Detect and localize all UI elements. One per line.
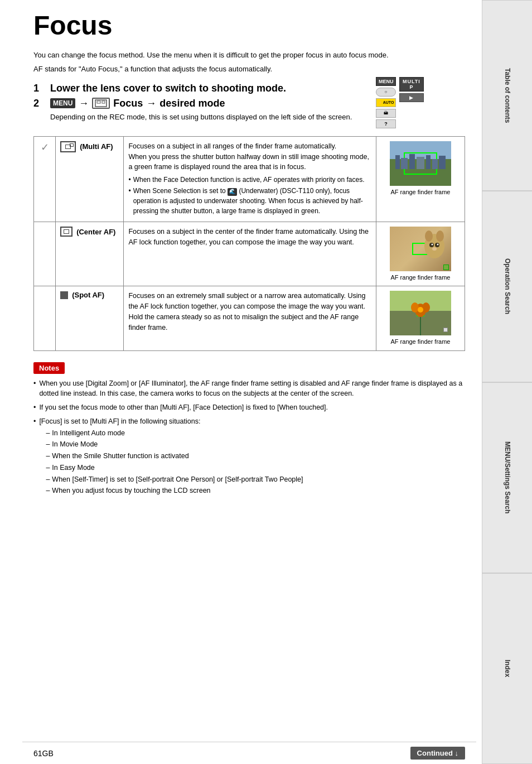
step-2-sub: Depending on the REC mode, this is set u… [50, 112, 376, 123]
svg-rect-4 [401, 158, 408, 169]
focus-icon [92, 98, 110, 109]
sub-item-2: – In Movie Mode [46, 439, 303, 450]
sub-text-3: When the Smile Shutter function is activ… [52, 451, 188, 462]
step-2: 2 MENU → Focus → [33, 98, 376, 123]
note-item-2: • If you set the focus mode to other tha… [33, 402, 465, 413]
intro-line-1: You can change the focus method. Use the… [33, 50, 465, 61]
desired-mode: desired mode [159, 98, 225, 109]
cam-auto-icon[interactable]: ⚡AUTO [376, 98, 396, 107]
svg-rect-3 [395, 155, 400, 169]
spot-af-icon [60, 291, 68, 299]
center-af-image-label: AF range finder frame [381, 273, 460, 281]
right-sidebar: Table of contents Operation Search MENU/… [482, 0, 532, 764]
spot-af-desc-cell: Focuses on an extremely small subject or… [124, 286, 376, 350]
tab-operation-search[interactable]: Operation Search [482, 191, 532, 382]
step-1: 1 Lower the lens cover to switch to shoo… [33, 83, 376, 94]
multi-af-mode-name: (Multi AF) [60, 141, 119, 152]
bottom-bar: 61GB Continued ↓ [22, 742, 476, 764]
svg-point-17 [437, 244, 438, 246]
center-af-check-cell [34, 222, 56, 286]
svg-point-20 [411, 302, 419, 313]
svg-rect-5 [409, 154, 415, 169]
svg-point-22 [418, 307, 423, 313]
center-af-label: (Center AF) [76, 228, 115, 236]
focus-label: Focus [113, 98, 143, 109]
note-item-1: • When you use [Digital Zoom] or [AF Ill… [33, 378, 465, 400]
svg-rect-6 [417, 157, 424, 169]
spot-af-icon-cell: (Spot AF) [56, 286, 124, 350]
svg-point-21 [422, 302, 430, 313]
focus-modes-table: ✓ (Multi AF) Focuses on a subject in all… [33, 136, 465, 351]
spot-af-image-label: AF range finder frame [381, 338, 460, 345]
main-content: Focus You can change the focus method. U… [22, 0, 476, 514]
svg-point-13 [432, 247, 437, 251]
center-af-icon-cell: (Center AF) [56, 222, 124, 286]
cam-circle-icon[interactable]: ○ [376, 88, 396, 97]
sub-item-3: – When the Smile Shutter function is act… [46, 451, 303, 462]
cam-scene-icon[interactable]: 🏔 [376, 109, 396, 118]
sub-text-6: When you adjust focus by touching the LC… [52, 486, 210, 496]
spot-af-image [390, 291, 451, 335]
steps-section: 1 Lower the lens cover to switch to shoo… [33, 83, 465, 128]
multi-af-icon-cell: (Multi AF) [56, 136, 124, 222]
note-text-2: If you set the focus mode to other than … [39, 402, 328, 413]
center-af-image-cell: AF range finder frame [376, 222, 465, 286]
step-1-number: 1 [33, 83, 45, 94]
continued-button[interactable]: Continued ↓ [410, 747, 465, 760]
camera-diagram: MENU ○ ⚡AUTO 🏔 ? MULTIP ▶ [376, 77, 465, 128]
svg-rect-1 [97, 101, 100, 103]
multi-af-image [390, 141, 451, 186]
tab-index[interactable]: Index [482, 573, 532, 764]
intro-line-2: AF stands for "Auto Focus," a function t… [33, 64, 465, 75]
center-af-icon [60, 227, 72, 237]
note-item-3: • [Focus] is set to [Multi AF] in the fo… [33, 416, 465, 497]
small-af-indicator [443, 265, 449, 270]
multi-af-desc-cell: Focuses on a subject in all ranges of th… [124, 136, 376, 222]
page-number: 61GB [33, 749, 54, 758]
camera-right-column: MULTIP ▶ [399, 77, 424, 102]
table-row-spot-af: (Spot AF) Focuses on an extremely small … [34, 286, 465, 350]
step-2-content: MENU → Focus → desired mode [50, 98, 376, 123]
center-af-image [390, 227, 451, 271]
cam-play-icon[interactable]: ▶ [399, 93, 424, 102]
cam-multi-p: MULTIP [399, 77, 424, 92]
spot-af-image-cell: AF range finder frame [376, 286, 465, 350]
sub-text-4: In Easy Mode [52, 463, 94, 473]
notes-section: Notes • When you use [Digital Zoom] or [… [33, 362, 465, 498]
spot-af-label: (Spot AF) [72, 291, 104, 299]
multi-af-label: (Multi AF) [80, 142, 113, 151]
multi-af-image-label: AF range finder frame [381, 188, 460, 196]
multi-af-icon [60, 141, 76, 152]
tab-table-of-contents[interactable]: Table of contents [482, 0, 532, 191]
svg-point-12 [436, 230, 444, 242]
note-text-1: When you use [Digital Zoom] or [AF Illum… [39, 378, 465, 400]
notes-badge: Notes [33, 362, 65, 374]
multi-af-check-cell: ✓ [34, 136, 56, 222]
arrow-2: → [146, 98, 156, 109]
multi-af-image-cell: AF range finder frame [376, 136, 465, 222]
sub-item-1: – In Intelligent Auto mode [46, 428, 303, 439]
cam-help-icon[interactable]: ? [376, 119, 396, 128]
sub-text-2: In Movie Mode [52, 439, 98, 450]
svg-point-16 [431, 244, 433, 246]
spot-af-check-cell [34, 286, 56, 350]
multi-af-description: Focuses on a subject in all ranges of th… [128, 141, 371, 216]
sub-item-4: – In Easy Mode [46, 463, 303, 473]
center-af-desc-cell: Focuses on a subject in the center of th… [124, 222, 376, 286]
cam-menu-btn[interactable]: MENU [376, 77, 396, 86]
arrow-1: → [79, 98, 89, 109]
spot-small-indicator [443, 328, 448, 332]
svg-point-11 [425, 230, 433, 242]
sub-list: – In Intelligent Auto mode – In Movie Mo… [46, 428, 303, 497]
multi-af-bullet-2: • When Scene Selection is set to 🌊 (Unde… [128, 186, 371, 216]
tab-menu-settings-search[interactable]: MENU/Settings Search [482, 382, 532, 573]
sub-item-5: – When [Self-Timer] is set to [Self-port… [46, 474, 303, 485]
table-row-multi-af: ✓ (Multi AF) Focuses on a subject in all… [34, 136, 465, 222]
menu-badge: MENU [50, 98, 75, 108]
table-row-center-af: (Center AF) Focuses on a subject in the … [34, 222, 465, 286]
check-icon: ✓ [41, 142, 49, 153]
svg-rect-2 [102, 101, 105, 103]
sub-text-1: In Intelligent Auto mode [52, 428, 125, 439]
spot-af-mode-name: (Spot AF) [60, 291, 119, 299]
sub-text-5: When [Self-Timer] is set to [Self-portra… [52, 474, 303, 485]
